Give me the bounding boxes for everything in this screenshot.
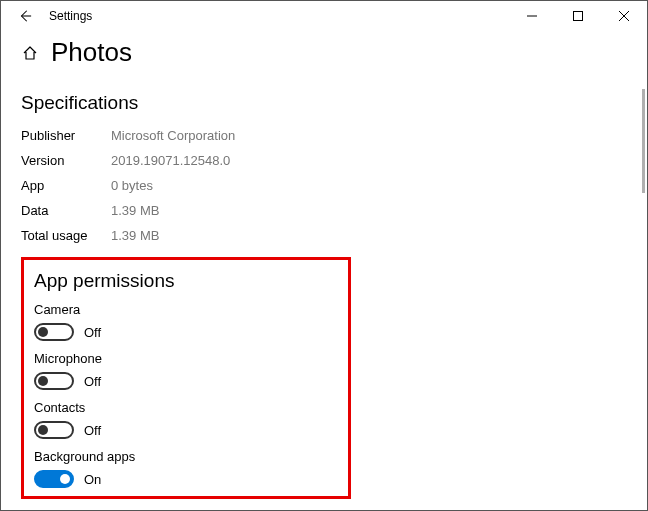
window-buttons bbox=[509, 1, 647, 31]
app-permissions-section: App permissions CameraOffMicrophoneOffCo… bbox=[21, 257, 351, 499]
titlebar: Settings bbox=[1, 1, 647, 31]
minimize-button[interactable] bbox=[509, 1, 555, 31]
toggle-knob bbox=[38, 425, 48, 435]
spec-row: Total usage1.39 MB bbox=[21, 228, 627, 243]
content-area: Photos Specifications PublisherMicrosoft… bbox=[1, 31, 647, 511]
spec-value: 1.39 MB bbox=[111, 203, 159, 218]
page-header: Photos bbox=[21, 37, 627, 68]
permission-item: CameraOff bbox=[34, 302, 338, 341]
permission-label: Camera bbox=[34, 302, 338, 317]
permission-label: Microphone bbox=[34, 351, 338, 366]
toggle-knob bbox=[60, 474, 70, 484]
maximize-icon bbox=[573, 11, 583, 21]
page-title: Photos bbox=[51, 37, 132, 68]
toggle-row: On bbox=[34, 470, 338, 488]
spec-row: PublisherMicrosoft Corporation bbox=[21, 128, 627, 143]
spec-label: Publisher bbox=[21, 128, 111, 143]
minimize-icon bbox=[527, 11, 537, 21]
permission-item: MicrophoneOff bbox=[34, 351, 338, 390]
specifications-list: PublisherMicrosoft CorporationVersion201… bbox=[21, 128, 627, 243]
toggle-switch[interactable] bbox=[34, 323, 74, 341]
toggle-state-label: On bbox=[84, 472, 101, 487]
toggle-state-label: Off bbox=[84, 325, 101, 340]
spec-label: Version bbox=[21, 153, 111, 168]
spec-label: App bbox=[21, 178, 111, 193]
toggle-switch[interactable] bbox=[34, 421, 74, 439]
toggle-row: Off bbox=[34, 372, 338, 390]
maximize-button[interactable] bbox=[555, 1, 601, 31]
permissions-heading: App permissions bbox=[34, 270, 338, 292]
toggle-state-label: Off bbox=[84, 423, 101, 438]
toggle-row: Off bbox=[34, 323, 338, 341]
toggle-knob bbox=[38, 327, 48, 337]
home-button[interactable] bbox=[21, 44, 39, 62]
permission-label: Background apps bbox=[34, 449, 338, 464]
permission-label: Contacts bbox=[34, 400, 338, 415]
spec-value: 2019.19071.12548.0 bbox=[111, 153, 230, 168]
spec-value: 1.39 MB bbox=[111, 228, 159, 243]
toggle-switch[interactable] bbox=[34, 372, 74, 390]
toggle-knob bbox=[38, 376, 48, 386]
arrow-left-icon bbox=[18, 9, 32, 23]
scrollbar-thumb[interactable] bbox=[642, 89, 645, 193]
spec-value: Microsoft Corporation bbox=[111, 128, 235, 143]
toggle-switch[interactable] bbox=[34, 470, 74, 488]
spec-label: Data bbox=[21, 203, 111, 218]
svg-rect-2 bbox=[574, 12, 583, 21]
spec-label: Total usage bbox=[21, 228, 111, 243]
spec-row: Version2019.19071.12548.0 bbox=[21, 153, 627, 168]
spec-value: 0 bytes bbox=[111, 178, 153, 193]
window-title: Settings bbox=[41, 9, 509, 23]
home-icon bbox=[22, 45, 38, 61]
permission-item: Background appsOn bbox=[34, 449, 338, 488]
spec-row: Data1.39 MB bbox=[21, 203, 627, 218]
permission-item: ContactsOff bbox=[34, 400, 338, 439]
toggle-row: Off bbox=[34, 421, 338, 439]
specifications-heading: Specifications bbox=[21, 92, 627, 114]
spec-row: App0 bytes bbox=[21, 178, 627, 193]
permissions-list: CameraOffMicrophoneOffContactsOffBackgro… bbox=[34, 302, 338, 488]
back-button[interactable] bbox=[9, 1, 41, 31]
close-button[interactable] bbox=[601, 1, 647, 31]
toggle-state-label: Off bbox=[84, 374, 101, 389]
close-icon bbox=[619, 11, 629, 21]
